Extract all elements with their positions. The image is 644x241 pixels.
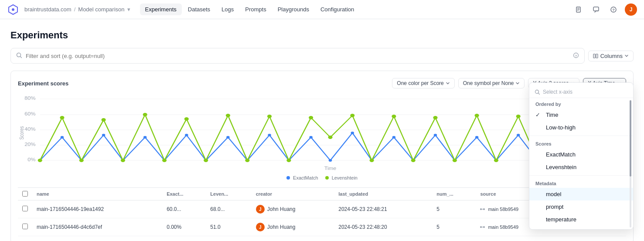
- dropdown-label-time: Time: [546, 112, 558, 118]
- dropdown-item-time[interactable]: ✓ Time: [529, 109, 633, 121]
- scrollbar-thumb[interactable]: [630, 100, 631, 177]
- dropdown-item-low-to-high[interactable]: Low-to-high: [529, 121, 633, 134]
- svg-point-35: [226, 136, 230, 139]
- svg-text:Time: Time: [324, 166, 337, 171]
- search-help-icon[interactable]: ?: [573, 52, 579, 60]
- divider-2: [529, 175, 633, 176]
- row-checkbox-cell-2[interactable]: [18, 218, 32, 236]
- select-all-checkbox[interactable]: [22, 191, 28, 197]
- svg-point-43: [392, 136, 396, 139]
- svg-rect-6: [593, 7, 599, 11]
- creator-name-1: John Huang: [267, 206, 296, 212]
- col-last-updated[interactable]: last_updated: [334, 188, 432, 200]
- breadcrumb-project[interactable]: Model comparison: [78, 6, 124, 13]
- row-name-1[interactable]: main-1716504446-19ea1492: [32, 200, 162, 218]
- svg-point-64: [226, 114, 230, 117]
- col-creator[interactable]: creator: [252, 188, 334, 200]
- svg-point-45: [434, 134, 437, 136]
- svg-point-90: [483, 226, 485, 228]
- dropdown-item-model[interactable]: model: [529, 188, 633, 200]
- svg-point-27: [61, 136, 64, 139]
- nav-experiments[interactable]: Experiments: [140, 3, 182, 15]
- row-num-1: 5: [432, 200, 476, 218]
- columns-button[interactable]: Columns: [588, 51, 634, 61]
- col-exactmatch[interactable]: Exact...: [162, 188, 206, 200]
- dropdown-label-temperature: temperature: [546, 216, 576, 223]
- svg-point-74: [433, 116, 437, 119]
- divider-1: [529, 136, 633, 136]
- nav-playgrounds[interactable]: Playgrounds: [273, 3, 314, 15]
- legend-levenshtein: Levenshtein: [325, 175, 358, 180]
- svg-point-59: [121, 159, 125, 162]
- legend-exact-match: ExactMatch: [286, 175, 318, 180]
- nav-configuration[interactable]: Configuration: [315, 3, 359, 15]
- color-per-score-button[interactable]: One color per Score: [392, 78, 454, 88]
- top-nav: braintrustdata.com / Model comparison ▾ …: [0, 0, 644, 19]
- row-checkbox-1[interactable]: [22, 206, 28, 211]
- svg-point-70: [350, 114, 354, 117]
- svg-point-67: [286, 159, 291, 162]
- row-checkbox-cell-1[interactable]: [18, 200, 32, 218]
- row-checkbox-2[interactable]: [22, 224, 28, 229]
- svg-point-57: [79, 159, 84, 162]
- symbol-per-none-button[interactable]: One symbol per None: [458, 78, 525, 88]
- dropdown-item-temperature[interactable]: temperature: [529, 213, 633, 226]
- creator-avatar-2: J: [256, 223, 265, 231]
- svg-point-78: [516, 115, 521, 118]
- dropdown-search-row: [529, 86, 633, 98]
- svg-text:80%: 80%: [24, 96, 35, 101]
- svg-text:?: ?: [575, 54, 577, 58]
- chart-title: Experiment scores: [18, 80, 68, 87]
- svg-point-72: [392, 115, 396, 118]
- help-icon[interactable]: ?: [607, 3, 620, 16]
- scrollbar-track[interactable]: [630, 100, 631, 227]
- scores-label: Scores: [529, 138, 633, 148]
- nav-logs[interactable]: Logs: [216, 3, 239, 15]
- search-icon: [16, 52, 22, 60]
- breadcrumb-separator: /: [74, 6, 76, 13]
- svg-text:40%: 40%: [24, 127, 35, 132]
- nav-datasets[interactable]: Datasets: [183, 3, 215, 15]
- col-levenshtein[interactable]: Leven...: [206, 188, 251, 200]
- svg-point-87: [483, 208, 485, 210]
- dropdown-item-exactmatch[interactable]: ExactMatch: [529, 148, 633, 161]
- columns-label: Columns: [600, 53, 623, 59]
- dropdown-search-input[interactable]: [543, 89, 628, 95]
- breadcrumb-chevron[interactable]: ▾: [127, 6, 130, 13]
- svg-line-10: [20, 56, 22, 58]
- svg-point-69: [328, 136, 332, 139]
- svg-point-68: [309, 116, 313, 119]
- select-all-header[interactable]: [18, 188, 32, 200]
- svg-point-71: [370, 159, 374, 162]
- nav-prompts[interactable]: Prompts: [240, 3, 271, 15]
- chat-icon[interactable]: [590, 3, 602, 16]
- svg-point-88: [480, 226, 482, 228]
- row-num-2: 5: [432, 218, 476, 236]
- row-last-updated-2: 2024-05-23 22:48:20: [334, 218, 432, 236]
- ordered-by-label: Ordered by: [529, 98, 633, 109]
- metadata-label: Metadata: [529, 177, 633, 188]
- svg-point-1: [12, 8, 14, 11]
- svg-point-77: [494, 159, 498, 162]
- row-exactmatch-2: 0.00%: [162, 218, 206, 236]
- book-icon[interactable]: [572, 3, 585, 16]
- svg-point-85: [480, 208, 482, 210]
- svg-point-75: [453, 159, 457, 162]
- breadcrumb-site[interactable]: braintrustdata.com: [24, 6, 72, 13]
- col-name[interactable]: name: [32, 188, 162, 200]
- col-num[interactable]: num_...: [432, 188, 476, 200]
- app-logo[interactable]: [7, 3, 19, 16]
- row-name-2[interactable]: main-1716504446-d4c6d7ef: [32, 218, 162, 236]
- svg-point-73: [411, 159, 416, 162]
- search-input[interactable]: [26, 53, 569, 59]
- user-avatar[interactable]: J: [625, 3, 637, 16]
- dropdown-item-levenshtein[interactable]: Levenshtein: [529, 161, 633, 173]
- svg-point-56: [60, 116, 64, 119]
- page-title: Experiments: [10, 30, 634, 41]
- check-icon: ✓: [535, 112, 542, 118]
- dropdown-item-prompt[interactable]: prompt: [529, 200, 633, 213]
- dropdown-label-prompt: prompt: [546, 204, 563, 210]
- svg-point-55: [38, 159, 42, 162]
- row-levenshtein-1: 68.0...: [206, 200, 251, 218]
- x-axis-dropdown: Ordered by ✓ Time Low-to-high Scores Exa…: [529, 82, 634, 230]
